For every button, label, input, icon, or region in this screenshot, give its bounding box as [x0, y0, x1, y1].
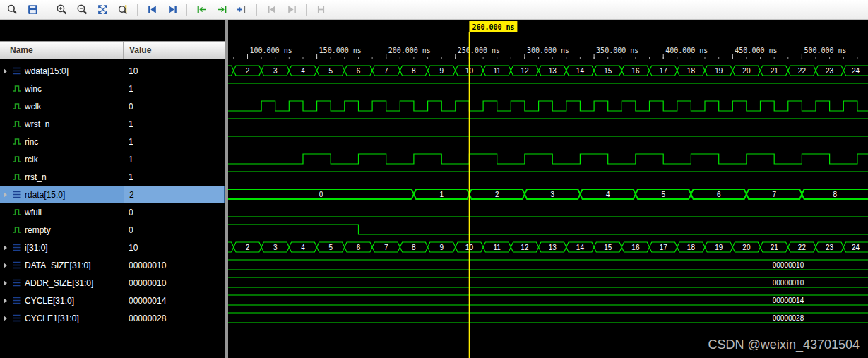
- next-transition-button[interactable]: [214, 2, 230, 18]
- wave-row-rempty[interactable]: [228, 225, 868, 234]
- svg-text:12: 12: [521, 67, 529, 75]
- value-column-header[interactable]: Value: [124, 42, 225, 59]
- wave-row-ADDR_SIZE[31:0][interactable]: 00000010: [228, 278, 868, 287]
- expand-arrow-placeholder: [4, 103, 12, 110]
- expand-arrow-icon[interactable]: [4, 262, 12, 269]
- name-column-header-label: Name: [10, 45, 33, 55]
- svg-text:260.000 ns: 260.000 ns: [472, 23, 514, 31]
- zoom-out-button[interactable]: [74, 2, 90, 18]
- svg-text:20: 20: [742, 244, 751, 251]
- previous-transition-button[interactable]: [194, 2, 209, 18]
- save-waveform-configuration-button[interactable]: [25, 2, 40, 18]
- expand-arrow-icon[interactable]: [4, 297, 12, 304]
- bus-signal-icon: [12, 278, 22, 287]
- signal-name-cell[interactable]: wfull: [0, 203, 124, 221]
- signal-row-rdata[15:0][interactable]: rdata[15:0]2: [0, 186, 225, 203]
- signal-name-cell[interactable]: ADDR_SIZE[31:0]: [0, 274, 124, 292]
- signal-name-cell[interactable]: rempty: [0, 221, 124, 239]
- search-button[interactable]: [4, 2, 20, 18]
- svg-text:350.000 ns: 350.000 ns: [596, 47, 638, 54]
- svg-text:8: 8: [833, 191, 837, 198]
- signal-row-wrst_n[interactable]: wrst_n1: [0, 115, 225, 133]
- signal-row-rempty[interactable]: rempty0: [0, 221, 225, 239]
- time-ruler[interactable]: 100.000 ns150.000 ns200.000 ns250.000 ns…: [234, 47, 857, 59]
- previous-marker-button[interactable]: [263, 2, 279, 18]
- signal-row-ADDR_SIZE[31:0][interactable]: ADDR_SIZE[31:0]00000010: [0, 274, 225, 292]
- signal-row-CYCLE[31:0][interactable]: CYCLE[31:0]00000014: [0, 292, 225, 309]
- zoom-to-cursor-button[interactable]: [115, 2, 131, 18]
- bus-signal-icon: [12, 190, 22, 199]
- signal-row-winc[interactable]: winc1: [0, 80, 225, 97]
- svg-text:9: 9: [439, 67, 444, 75]
- signal-name-cell[interactable]: i[31:0]: [0, 239, 124, 256]
- signal-name-cell[interactable]: wdata[15:0]: [0, 62, 124, 80]
- svg-text:21: 21: [771, 67, 779, 75]
- signal-row-rrst_n[interactable]: rrst_n1: [0, 168, 225, 186]
- signal-name: wrst_n: [25, 119, 49, 129]
- signal-row-wfull[interactable]: wfull0: [0, 203, 225, 221]
- svg-text:4: 4: [301, 67, 305, 75]
- signal-name-cell[interactable]: rclk: [0, 150, 124, 168]
- signal-row-i[31:0][interactable]: i[31:0]10: [0, 239, 225, 256]
- wave-row-wclk[interactable]: [228, 101, 868, 111]
- signal-row-rinc[interactable]: rinc1: [0, 133, 225, 150]
- signal-row-wdata[15:0][interactable]: wdata[15:0]10: [0, 62, 225, 80]
- signal-name-cell[interactable]: wclk: [0, 97, 124, 115]
- expand-arrow-icon[interactable]: [4, 280, 12, 287]
- name-column-header[interactable]: Name: [0, 42, 124, 59]
- svg-text:300.000 ns: 300.000 ns: [527, 47, 569, 54]
- wave-row-DATA_SIZE[31:0][interactable]: 00000010: [228, 260, 868, 270]
- signal-icon: [12, 208, 25, 217]
- add-marker-icon: [237, 4, 249, 16]
- expand-arrow-icon[interactable]: [4, 191, 12, 198]
- go-to-last-time-button[interactable]: [165, 2, 180, 18]
- signal-name-cell[interactable]: rrst_n: [0, 168, 124, 186]
- search-icon: [6, 4, 18, 16]
- zoom-fit-button[interactable]: [95, 2, 110, 18]
- svg-text:3: 3: [273, 67, 278, 75]
- add-marker-button[interactable]: [234, 2, 250, 18]
- signal-name-cell[interactable]: rdata[15:0]: [0, 186, 124, 203]
- go-to-time-zero-button[interactable]: [144, 2, 160, 18]
- wave-row-CYCLE[31:0][interactable]: 00000014: [228, 295, 868, 305]
- signal-name-cell[interactable]: wrst_n: [0, 115, 124, 133]
- expand-arrow-icon[interactable]: [4, 68, 12, 75]
- svg-text:12: 12: [521, 244, 529, 251]
- wave-row-rclk[interactable]: [228, 154, 868, 164]
- signal-row-DATA_SIZE[31:0][interactable]: DATA_SIZE[31:0]00000010: [0, 256, 225, 274]
- signal-name-cell[interactable]: DATA_SIZE[31:0]: [0, 256, 124, 274]
- go-to-time-zero-icon: [146, 4, 158, 16]
- waveform-canvas[interactable]: 100.000 ns150.000 ns200.000 ns250.000 ns…: [228, 20, 868, 358]
- zoom-out-icon: [76, 4, 88, 16]
- signal-list-header: Name Value: [0, 41, 225, 59]
- expand-arrow-icon[interactable]: [4, 244, 12, 251]
- zoom-to-cursor-icon: [117, 4, 129, 16]
- chevron-right-icon: [4, 298, 7, 304]
- svg-text:21: 21: [771, 244, 779, 251]
- signal-name: rclk: [25, 155, 38, 165]
- zoom-in-button[interactable]: [54, 2, 69, 18]
- next-marker-button[interactable]: [284, 2, 299, 18]
- signal-name-cell[interactable]: rinc: [0, 133, 124, 150]
- signal-row-rclk[interactable]: rclk1: [0, 150, 225, 168]
- wave-row-i[31:0][interactable]: 23456789101112131415161718192021222324: [228, 242, 868, 252]
- signal-icon: [12, 102, 25, 111]
- signal-row-CYCLE1[31:0][interactable]: CYCLE1[31:0]00000028: [0, 309, 225, 327]
- svg-text:00000014: 00000014: [773, 297, 804, 304]
- wave-row-wdata[15:0][interactable]: 23456789101112131415161718192021222324: [228, 66, 868, 76]
- cursor-time-label[interactable]: 260.000 ns: [469, 21, 517, 32]
- svg-text:11: 11: [494, 67, 501, 75]
- expand-arrow-icon[interactable]: [4, 315, 12, 322]
- svg-text:19: 19: [715, 67, 723, 75]
- signal-name: rempty: [25, 225, 51, 235]
- swap-cursors-button[interactable]: [313, 2, 328, 18]
- wave-row-rdata[15:0][interactable]: 012345678: [228, 189, 868, 199]
- toolbar-separator: [306, 4, 307, 16]
- expand-arrow-placeholder: [4, 121, 12, 128]
- signal-row-wclk[interactable]: wclk0: [0, 97, 225, 115]
- wave-row-CYCLE1[31:0][interactable]: 00000028: [228, 313, 868, 323]
- signal-name-cell[interactable]: CYCLE1[31:0]: [0, 309, 124, 327]
- signal-name-cell[interactable]: CYCLE[31:0]: [0, 292, 124, 309]
- signal-name: wclk: [25, 102, 41, 112]
- signal-name-cell[interactable]: winc: [0, 80, 124, 97]
